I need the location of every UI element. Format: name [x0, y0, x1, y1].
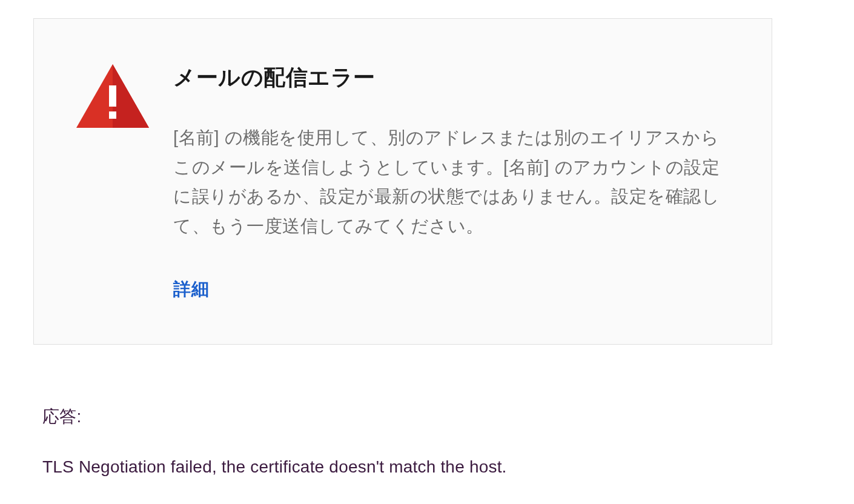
error-title: メールの配信エラー	[173, 63, 735, 93]
error-card: メールの配信エラー [名前] の機能を使用して、別のアドレスまたは別のエイリアス…	[33, 18, 772, 345]
svg-rect-2	[109, 85, 116, 107]
svg-rect-3	[109, 111, 116, 119]
response-text: TLS Negotiation failed, the certificate …	[42, 457, 821, 477]
error-content: メールの配信エラー [名前] の機能を使用して、別のアドレスまたは別のエイリアス…	[173, 58, 735, 302]
warning-triangle-icon	[76, 64, 149, 128]
details-link[interactable]: 詳細	[173, 279, 210, 299]
svg-marker-1	[113, 64, 149, 128]
error-description: [名前] の機能を使用して、別のアドレスまたは別のエイリアスからこのメールを送信…	[173, 123, 735, 241]
response-section: 応答: TLS Negotiation failed, the certific…	[33, 405, 821, 477]
error-icon-wrap	[70, 58, 149, 130]
response-label: 応答:	[42, 405, 821, 428]
